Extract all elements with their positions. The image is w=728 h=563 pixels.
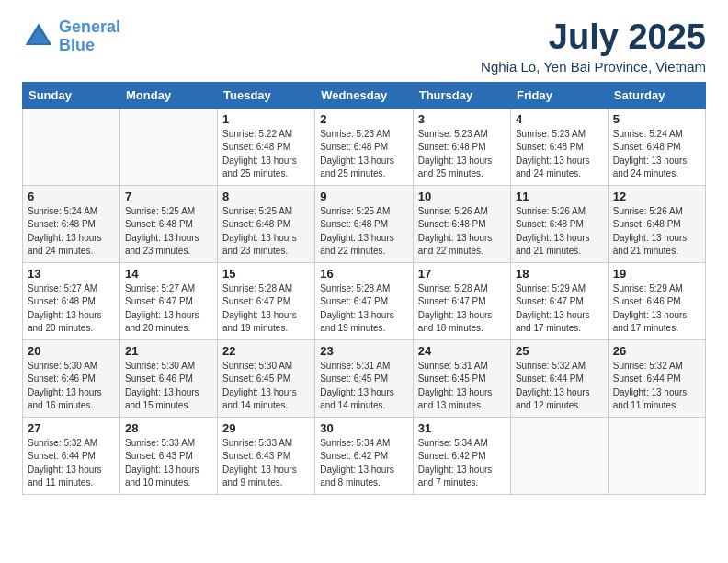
page-header: General Blue July 2025 Nghia Lo, Yen Bai… xyxy=(22,18,706,75)
weekday-header-tuesday: Tuesday xyxy=(218,82,315,108)
calendar-cell: 20Sunrise: 5:30 AM Sunset: 6:46 PM Dayli… xyxy=(23,339,120,417)
day-number: 20 xyxy=(28,344,115,358)
weekday-header-thursday: Thursday xyxy=(413,82,510,108)
calendar-cell: 26Sunrise: 5:32 AM Sunset: 6:44 PM Dayli… xyxy=(608,339,705,417)
calendar-cell: 16Sunrise: 5:28 AM Sunset: 6:47 PM Dayli… xyxy=(315,262,414,339)
day-detail: Sunrise: 5:32 AM Sunset: 6:44 PM Dayligh… xyxy=(516,360,603,413)
calendar-cell: 1Sunrise: 5:22 AM Sunset: 6:48 PM Daylig… xyxy=(218,108,315,185)
day-number: 19 xyxy=(613,267,700,281)
day-detail: Sunrise: 5:28 AM Sunset: 6:47 PM Dayligh… xyxy=(418,282,506,336)
day-detail: Sunrise: 5:27 AM Sunset: 6:47 PM Dayligh… xyxy=(125,282,212,336)
calendar-cell: 25Sunrise: 5:32 AM Sunset: 6:44 PM Dayli… xyxy=(510,339,608,417)
calendar-cell: 2Sunrise: 5:23 AM Sunset: 6:48 PM Daylig… xyxy=(315,108,414,185)
calendar-cell: 3Sunrise: 5:23 AM Sunset: 6:48 PM Daylig… xyxy=(413,108,510,185)
day-number: 9 xyxy=(320,190,408,203)
week-row-2: 6Sunrise: 5:24 AM Sunset: 6:48 PM Daylig… xyxy=(23,185,706,262)
day-number: 2 xyxy=(320,112,408,126)
calendar-cell: 4Sunrise: 5:23 AM Sunset: 6:48 PM Daylig… xyxy=(510,108,608,185)
day-number: 11 xyxy=(516,190,603,203)
day-detail: Sunrise: 5:25 AM Sunset: 6:48 PM Dayligh… xyxy=(125,205,212,259)
day-detail: Sunrise: 5:25 AM Sunset: 6:48 PM Dayligh… xyxy=(320,205,408,259)
day-number: 8 xyxy=(222,190,310,203)
day-number: 4 xyxy=(516,112,603,126)
day-detail: Sunrise: 5:33 AM Sunset: 6:43 PM Dayligh… xyxy=(125,437,212,490)
calendar-cell: 14Sunrise: 5:27 AM Sunset: 6:47 PM Dayli… xyxy=(120,262,218,339)
day-detail: Sunrise: 5:29 AM Sunset: 6:47 PM Dayligh… xyxy=(516,282,603,336)
day-detail: Sunrise: 5:30 AM Sunset: 6:46 PM Dayligh… xyxy=(125,360,212,413)
calendar-cell: 23Sunrise: 5:31 AM Sunset: 6:45 PM Dayli… xyxy=(315,339,414,417)
calendar-cell: 15Sunrise: 5:28 AM Sunset: 6:47 PM Dayli… xyxy=(218,262,315,339)
day-number: 26 xyxy=(613,344,700,358)
day-detail: Sunrise: 5:22 AM Sunset: 6:48 PM Dayligh… xyxy=(222,128,310,181)
calendar-cell: 24Sunrise: 5:31 AM Sunset: 6:45 PM Dayli… xyxy=(413,339,510,417)
calendar-cell: 28Sunrise: 5:33 AM Sunset: 6:43 PM Dayli… xyxy=(120,417,218,494)
subtitle: Nghia Lo, Yen Bai Province, Vietnam xyxy=(481,59,706,75)
day-number: 6 xyxy=(28,190,115,203)
day-number: 27 xyxy=(28,421,115,435)
day-number: 16 xyxy=(320,267,408,281)
calendar-cell: 5Sunrise: 5:24 AM Sunset: 6:48 PM Daylig… xyxy=(608,108,705,185)
day-detail: Sunrise: 5:28 AM Sunset: 6:47 PM Dayligh… xyxy=(222,282,310,336)
day-detail: Sunrise: 5:33 AM Sunset: 6:43 PM Dayligh… xyxy=(222,437,310,490)
calendar-cell: 6Sunrise: 5:24 AM Sunset: 6:48 PM Daylig… xyxy=(23,185,120,262)
weekday-header-saturday: Saturday xyxy=(608,82,705,108)
day-detail: Sunrise: 5:27 AM Sunset: 6:48 PM Dayligh… xyxy=(28,282,115,336)
calendar-cell: 9Sunrise: 5:25 AM Sunset: 6:48 PM Daylig… xyxy=(315,185,414,262)
weekday-header-wednesday: Wednesday xyxy=(315,82,414,108)
day-detail: Sunrise: 5:32 AM Sunset: 6:44 PM Dayligh… xyxy=(28,437,115,490)
calendar-cell: 27Sunrise: 5:32 AM Sunset: 6:44 PM Dayli… xyxy=(23,417,120,494)
calendar-cell xyxy=(510,417,608,494)
day-number: 30 xyxy=(320,421,408,435)
day-detail: Sunrise: 5:34 AM Sunset: 6:42 PM Dayligh… xyxy=(320,437,408,490)
calendar-cell: 31Sunrise: 5:34 AM Sunset: 6:42 PM Dayli… xyxy=(413,417,510,494)
day-number: 15 xyxy=(222,267,310,281)
calendar-table: SundayMondayTuesdayWednesdayThursdayFrid… xyxy=(22,82,706,495)
title-block: July 2025 Nghia Lo, Yen Bai Province, Vi… xyxy=(481,18,706,75)
day-number: 31 xyxy=(418,421,506,435)
calendar-cell: 22Sunrise: 5:30 AM Sunset: 6:45 PM Dayli… xyxy=(218,339,315,417)
day-detail: Sunrise: 5:26 AM Sunset: 6:48 PM Dayligh… xyxy=(613,205,700,259)
week-row-3: 13Sunrise: 5:27 AM Sunset: 6:48 PM Dayli… xyxy=(23,262,706,339)
weekday-header-row: SundayMondayTuesdayWednesdayThursdayFrid… xyxy=(23,82,706,108)
calendar-cell: 17Sunrise: 5:28 AM Sunset: 6:47 PM Dayli… xyxy=(413,262,510,339)
calendar-cell: 8Sunrise: 5:25 AM Sunset: 6:48 PM Daylig… xyxy=(218,185,315,262)
day-number: 14 xyxy=(125,267,212,281)
day-number: 29 xyxy=(222,421,310,435)
week-row-5: 27Sunrise: 5:32 AM Sunset: 6:44 PM Dayli… xyxy=(23,417,706,494)
day-detail: Sunrise: 5:26 AM Sunset: 6:48 PM Dayligh… xyxy=(516,205,603,259)
calendar-cell: 11Sunrise: 5:26 AM Sunset: 6:48 PM Dayli… xyxy=(510,185,608,262)
logo-icon xyxy=(22,20,55,53)
main-title: July 2025 xyxy=(481,18,706,57)
calendar-cell: 12Sunrise: 5:26 AM Sunset: 6:48 PM Dayli… xyxy=(608,185,705,262)
day-detail: Sunrise: 5:31 AM Sunset: 6:45 PM Dayligh… xyxy=(320,360,408,413)
day-number: 28 xyxy=(125,421,212,435)
day-detail: Sunrise: 5:23 AM Sunset: 6:48 PM Dayligh… xyxy=(418,128,506,181)
logo-text: General Blue xyxy=(59,18,120,55)
day-number: 7 xyxy=(125,190,212,203)
day-detail: Sunrise: 5:25 AM Sunset: 6:48 PM Dayligh… xyxy=(222,205,310,259)
day-detail: Sunrise: 5:31 AM Sunset: 6:45 PM Dayligh… xyxy=(418,360,506,413)
calendar-cell: 18Sunrise: 5:29 AM Sunset: 6:47 PM Dayli… xyxy=(510,262,608,339)
day-number: 13 xyxy=(28,267,115,281)
day-detail: Sunrise: 5:32 AM Sunset: 6:44 PM Dayligh… xyxy=(613,360,700,413)
day-detail: Sunrise: 5:30 AM Sunset: 6:45 PM Dayligh… xyxy=(222,360,310,413)
day-number: 18 xyxy=(516,267,603,281)
day-detail: Sunrise: 5:29 AM Sunset: 6:46 PM Dayligh… xyxy=(613,282,700,336)
day-number: 24 xyxy=(418,344,506,358)
day-number: 1 xyxy=(222,112,310,126)
day-detail: Sunrise: 5:24 AM Sunset: 6:48 PM Dayligh… xyxy=(613,128,700,181)
calendar-cell: 29Sunrise: 5:33 AM Sunset: 6:43 PM Dayli… xyxy=(218,417,315,494)
weekday-header-sunday: Sunday xyxy=(23,82,120,108)
calendar-cell: 21Sunrise: 5:30 AM Sunset: 6:46 PM Dayli… xyxy=(120,339,218,417)
week-row-1: 1Sunrise: 5:22 AM Sunset: 6:48 PM Daylig… xyxy=(23,108,706,185)
calendar-cell: 30Sunrise: 5:34 AM Sunset: 6:42 PM Dayli… xyxy=(315,417,414,494)
day-detail: Sunrise: 5:24 AM Sunset: 6:48 PM Dayligh… xyxy=(28,205,115,259)
calendar-cell xyxy=(608,417,705,494)
day-detail: Sunrise: 5:34 AM Sunset: 6:42 PM Dayligh… xyxy=(418,437,506,490)
calendar-cell xyxy=(120,108,218,185)
calendar-cell: 13Sunrise: 5:27 AM Sunset: 6:48 PM Dayli… xyxy=(23,262,120,339)
day-number: 5 xyxy=(613,112,700,126)
day-number: 17 xyxy=(418,267,506,281)
day-number: 22 xyxy=(222,344,310,358)
day-number: 25 xyxy=(516,344,603,358)
